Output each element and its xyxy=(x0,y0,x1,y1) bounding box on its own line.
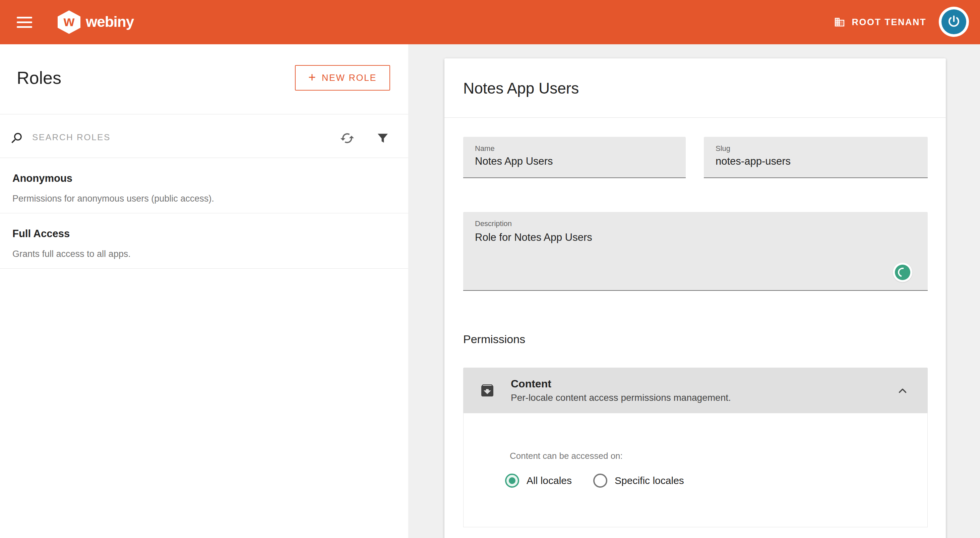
chevron-up-icon[interactable] xyxy=(896,385,909,397)
content-access-label: Content can be accessed on: xyxy=(510,451,623,461)
slug-input[interactable] xyxy=(716,155,918,168)
logo-initial: w xyxy=(64,14,75,29)
role-detail-card: Notes App Users Name Slug Description Ro… xyxy=(444,58,946,538)
role-description: Grants full access to all apps. xyxy=(13,248,395,260)
new-role-button-label: NEW ROLE xyxy=(322,73,377,83)
root-tenant-button[interactable]: ROOT TENANT xyxy=(834,0,927,44)
accordion-subtitle: Per-locale content access permissions ma… xyxy=(511,392,731,404)
role-list: Anonymous Permissions for anonymous user… xyxy=(0,158,408,269)
accordion-title: Content xyxy=(511,377,731,390)
roles-panel: Roles + NEW ROLE Anonymous Permissions f… xyxy=(0,44,408,538)
role-detail-title: Notes App Users xyxy=(463,79,579,97)
top-bar: w webiny ROOT TENANT xyxy=(0,0,980,44)
new-role-button[interactable]: + NEW ROLE xyxy=(295,65,390,91)
webiny-logo-icon: w xyxy=(58,10,80,34)
page-title: Roles xyxy=(17,68,61,88)
search-icon xyxy=(10,131,24,145)
role-list-item-anonymous[interactable]: Anonymous Permissions for anonymous user… xyxy=(0,158,408,213)
description-input[interactable]: Role for Notes App Users xyxy=(475,231,918,244)
description-field-label: Description xyxy=(475,219,512,228)
radio-specific-locales[interactable] xyxy=(593,474,607,488)
content-accordion-body: Content can be accessed on: All locales … xyxy=(463,413,928,527)
role-description: Permissions for anonymous users (public … xyxy=(13,193,395,204)
detail-area: Notes App Users Name Slug Description Ro… xyxy=(408,44,980,538)
archive-icon xyxy=(479,382,495,399)
role-list-item-full-access[interactable]: Full Access Grants full access to all ap… xyxy=(0,213,408,269)
name-field[interactable]: Name xyxy=(463,137,686,178)
user-avatar[interactable] xyxy=(939,7,969,37)
permissions-heading: Permissions xyxy=(463,333,525,346)
plus-icon: + xyxy=(309,70,316,85)
radio-specific-locales-label[interactable]: Specific locales xyxy=(615,475,684,486)
search-bar xyxy=(0,114,408,158)
slug-field-label: Slug xyxy=(716,144,730,153)
radio-all-locales-label[interactable]: All locales xyxy=(527,475,572,486)
refresh-icon[interactable] xyxy=(340,131,355,145)
tenant-label: ROOT TENANT xyxy=(852,17,927,27)
menu-icon[interactable] xyxy=(17,17,32,28)
avatar-icon xyxy=(942,10,966,34)
search-input[interactable] xyxy=(32,128,287,147)
filter-icon[interactable] xyxy=(376,131,390,145)
name-field-label: Name xyxy=(475,144,495,153)
slug-field[interactable]: Slug xyxy=(704,137,928,178)
radio-all-locales[interactable] xyxy=(505,474,519,488)
name-input[interactable] xyxy=(475,155,676,168)
role-name: Anonymous xyxy=(13,172,395,185)
accordion-text: Content Per-locale content access permis… xyxy=(511,377,731,404)
divider xyxy=(444,117,946,118)
role-name: Full Access xyxy=(13,227,395,240)
description-field[interactable]: Description Role for Notes App Users xyxy=(463,212,928,291)
locale-options: All locales Specific locales xyxy=(505,474,684,488)
brand-wordmark: webiny xyxy=(86,13,134,30)
autosave-spinner-icon xyxy=(893,263,912,282)
content-accordion-header[interactable]: Content Per-locale content access permis… xyxy=(463,367,928,413)
building-icon xyxy=(834,16,845,28)
